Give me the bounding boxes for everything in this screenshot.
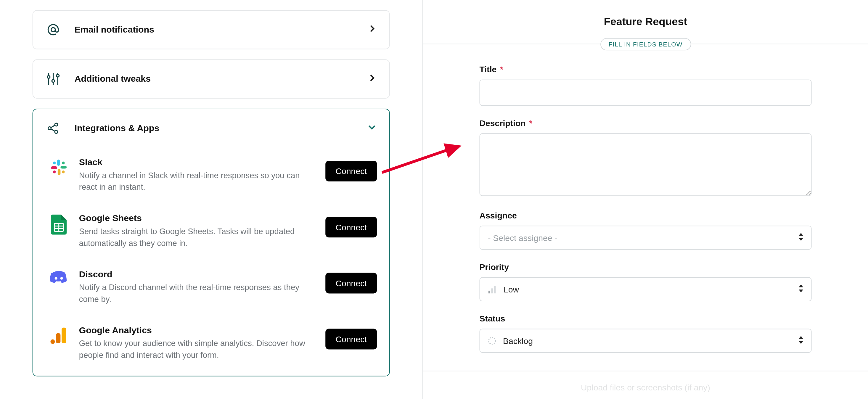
svg-point-12 <box>55 130 58 133</box>
required-mark: * <box>529 118 532 128</box>
select-caret-icon <box>798 284 804 294</box>
discord-icon <box>45 269 72 285</box>
field-assignee: Assignee - Select assignee - <box>479 210 812 249</box>
integration-name: Google Analytics <box>79 325 319 335</box>
priority-select[interactable]: Low <box>479 277 812 301</box>
select-caret-icon <box>798 233 804 243</box>
integration-google-analytics: Google Analytics Get to know your audien… <box>45 315 377 371</box>
status-select[interactable]: Backlog <box>479 329 812 353</box>
integration-desc: Get to know your audience with simple an… <box>79 338 319 361</box>
chevron-right-icon <box>367 23 377 36</box>
description-input[interactable] <box>479 133 812 196</box>
svg-point-10 <box>48 127 51 130</box>
card-label: Additional tweaks <box>74 74 367 84</box>
field-title: Title * <box>479 64 812 106</box>
card-integrations: Integrations & Apps <box>33 109 390 376</box>
form-header: Feature Request FILL IN FIELDS BELOW <box>423 0 868 44</box>
card-integrations-header[interactable]: Integrations & Apps <box>33 109 389 147</box>
svg-rect-17 <box>58 169 60 175</box>
connect-button[interactable]: Connect <box>326 161 377 181</box>
svg-point-35 <box>489 337 496 344</box>
connect-button[interactable]: Connect <box>326 217 377 237</box>
fill-fields-badge: FILL IN FIELDS BELOW <box>600 38 691 51</box>
required-mark: * <box>500 64 503 74</box>
card-label: Email notifications <box>74 25 367 35</box>
svg-rect-29 <box>62 328 66 343</box>
chevron-right-icon <box>367 73 377 85</box>
share-icon <box>45 120 61 136</box>
svg-point-19 <box>53 162 56 164</box>
field-status: Status Backlog <box>479 314 812 353</box>
integration-desc: Notify a Discord channel with the real-t… <box>79 282 319 305</box>
google-analytics-icon <box>45 325 72 344</box>
connect-button[interactable]: Connect <box>326 329 377 349</box>
card-email-notifications[interactable]: Email notifications <box>33 10 390 49</box>
form-footer-hint: Upload files or screenshots (if any) <box>423 371 868 392</box>
slack-icon <box>45 157 72 176</box>
svg-rect-34 <box>494 286 496 293</box>
svg-rect-33 <box>491 288 493 293</box>
select-placeholder: - Select assignee - <box>488 233 557 242</box>
svg-line-14 <box>51 129 55 131</box>
integration-desc: Send tasks straight to Google Sheets. Ta… <box>79 226 319 249</box>
connect-button[interactable]: Connect <box>326 273 377 294</box>
google-sheets-icon <box>45 213 72 235</box>
chevron-down-icon <box>367 122 377 134</box>
svg-line-13 <box>51 125 55 128</box>
svg-point-11 <box>55 123 58 126</box>
svg-point-20 <box>62 162 65 164</box>
field-label: Priority <box>479 262 812 271</box>
card-label: Integrations & Apps <box>74 123 367 133</box>
field-label: Assignee <box>479 210 812 220</box>
select-value: Low <box>503 284 519 294</box>
field-description: Description * <box>479 118 812 198</box>
svg-rect-15 <box>57 159 60 166</box>
svg-point-0 <box>51 28 55 32</box>
select-value: Backlog <box>503 336 533 345</box>
svg-point-5 <box>52 80 55 82</box>
title-input[interactable] <box>479 80 812 106</box>
integration-name: Slack <box>79 157 319 167</box>
priority-low-icon <box>488 285 497 293</box>
field-label: Status <box>479 314 812 323</box>
svg-rect-18 <box>51 166 57 169</box>
svg-point-8 <box>57 74 59 77</box>
form-title: Feature Request <box>423 16 868 28</box>
svg-rect-32 <box>489 290 490 293</box>
select-caret-icon <box>798 336 804 346</box>
sliders-icon <box>45 71 61 87</box>
integration-name: Discord <box>79 269 319 279</box>
integration-discord: Discord Notify a Discord channel with th… <box>45 259 377 315</box>
svg-rect-16 <box>60 166 67 168</box>
field-priority: Priority Low <box>479 262 812 301</box>
svg-point-27 <box>55 277 57 280</box>
field-label: Description * <box>479 118 812 128</box>
svg-point-28 <box>60 277 63 280</box>
integration-name: Google Sheets <box>79 213 319 223</box>
assignee-select[interactable]: - Select assignee - <box>479 225 812 249</box>
integration-google-sheets: Google Sheets Send tasks straight to Goo… <box>45 203 377 259</box>
integration-slack: Slack Notify a channel in Slack with rea… <box>45 147 377 203</box>
svg-point-21 <box>62 171 65 173</box>
svg-point-31 <box>50 339 55 344</box>
svg-rect-30 <box>56 333 60 343</box>
integration-desc: Notify a channel in Slack with real-time… <box>79 170 319 193</box>
card-additional-tweaks[interactable]: Additional tweaks <box>33 60 390 98</box>
svg-point-2 <box>48 76 50 79</box>
status-backlog-icon <box>488 337 496 345</box>
svg-point-22 <box>53 171 56 173</box>
at-sign-icon <box>45 22 61 38</box>
field-label: Title * <box>479 64 812 74</box>
